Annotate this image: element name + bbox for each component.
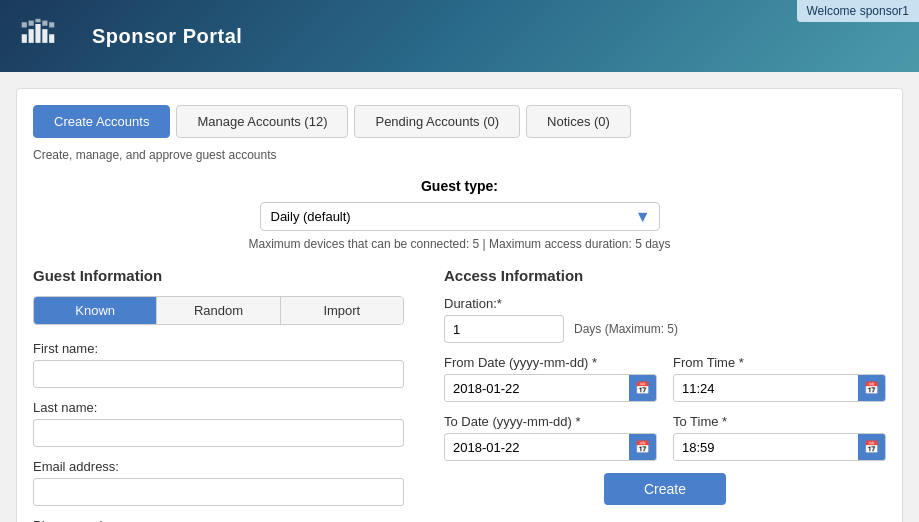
to-time-calendar-icon[interactable]: 📅 [858, 434, 885, 460]
tabs-bar: Create Accounts Manage Accounts (12) Pen… [33, 105, 886, 138]
to-time-label: To Time * [673, 414, 886, 429]
tab-create-accounts[interactable]: Create Accounts [33, 105, 170, 138]
from-time-calendar-icon[interactable]: 📅 [858, 375, 885, 401]
header-title: Sponsor Portal [92, 25, 242, 48]
to-time-input[interactable] [674, 435, 858, 460]
two-col-layout: Guest Information Known Random Import Fi… [33, 267, 886, 522]
from-time-input-wrapper: 📅 [673, 374, 886, 402]
main-container: Create Accounts Manage Accounts (12) Pen… [16, 88, 903, 522]
from-date-label: From Date (yyyy-mm-dd) * [444, 355, 657, 370]
from-date-input-wrapper: 📅 [444, 374, 657, 402]
header: Sponsor Portal Welcome sponsor1 [0, 0, 919, 72]
sub-tab-random[interactable]: Random [157, 297, 280, 324]
sub-tab-known[interactable]: Known [34, 297, 157, 324]
svg-rect-4 [49, 34, 54, 43]
svg-rect-0 [22, 34, 27, 43]
guest-type-select[interactable]: Daily (default) Weekly Monthly [261, 203, 659, 230]
to-date-group: To Date (yyyy-mm-dd) * 📅 [444, 414, 657, 461]
guest-type-select-wrapper: Daily (default) Weekly Monthly ▼ [260, 202, 660, 231]
access-info-column: Access Information Duration:* Days (Maxi… [444, 267, 886, 522]
email-label: Email address: [33, 459, 404, 474]
to-date-label: To Date (yyyy-mm-dd) * [444, 414, 657, 429]
to-time-group: To Time * 📅 [673, 414, 886, 461]
guest-sub-tabs: Known Random Import [33, 296, 404, 325]
svg-rect-7 [35, 19, 40, 22]
tab-notices[interactable]: Notices (0) [526, 105, 631, 138]
to-time-input-wrapper: 📅 [673, 433, 886, 461]
duration-input[interactable] [444, 315, 564, 343]
phone-label: Phone number: [33, 518, 404, 522]
from-date-time-row: From Date (yyyy-mm-dd) * 📅 From Time * 📅 [444, 355, 886, 402]
from-time-group: From Time * 📅 [673, 355, 886, 402]
from-time-input[interactable] [674, 376, 858, 401]
guest-type-section: Guest type: Daily (default) Weekly Month… [33, 178, 886, 251]
page-subtitle: Create, manage, and approve guest accoun… [33, 148, 886, 162]
to-date-input[interactable] [445, 435, 629, 460]
from-date-calendar-icon[interactable]: 📅 [629, 375, 656, 401]
first-name-group: First name: [33, 341, 404, 388]
duration-group: Duration:* Days (Maximum: 5) [444, 296, 886, 343]
svg-rect-3 [42, 29, 47, 43]
svg-rect-5 [22, 22, 27, 27]
first-name-label: First name: [33, 341, 404, 356]
sub-tab-import[interactable]: Import [281, 297, 403, 324]
last-name-group: Last name: [33, 400, 404, 447]
to-date-calendar-icon[interactable]: 📅 [629, 434, 656, 460]
guest-info-column: Guest Information Known Random Import Fi… [33, 267, 404, 522]
cisco-logo-icon [20, 16, 80, 56]
phone-group: Phone number: [33, 518, 404, 522]
create-button[interactable]: Create [604, 473, 726, 505]
to-date-time-row: To Date (yyyy-mm-dd) * 📅 To Time * 📅 [444, 414, 886, 461]
guest-info-header: Guest Information [33, 267, 404, 284]
tab-pending-accounts[interactable]: Pending Accounts (0) [354, 105, 520, 138]
svg-rect-2 [35, 24, 40, 43]
welcome-badge: Welcome sponsor1 [797, 0, 920, 22]
from-date-input[interactable] [445, 376, 629, 401]
guest-type-info: Maximum devices that can be connected: 5… [33, 237, 886, 251]
svg-rect-6 [29, 21, 34, 26]
email-input[interactable] [33, 478, 404, 506]
logo-area: Sponsor Portal [20, 16, 242, 56]
tab-manage-accounts[interactable]: Manage Accounts (12) [176, 105, 348, 138]
last-name-input[interactable] [33, 419, 404, 447]
last-name-label: Last name: [33, 400, 404, 415]
first-name-input[interactable] [33, 360, 404, 388]
access-info-header: Access Information [444, 267, 886, 284]
duration-label: Duration:* [444, 296, 886, 311]
from-date-group: From Date (yyyy-mm-dd) * 📅 [444, 355, 657, 402]
duration-row: Days (Maximum: 5) [444, 315, 886, 343]
svg-rect-9 [49, 22, 54, 27]
duration-note: Days (Maximum: 5) [574, 322, 678, 336]
from-time-label: From Time * [673, 355, 886, 370]
svg-rect-1 [29, 29, 34, 43]
email-group: Email address: [33, 459, 404, 506]
guest-type-label: Guest type: [33, 178, 886, 194]
svg-rect-8 [42, 21, 47, 26]
to-date-input-wrapper: 📅 [444, 433, 657, 461]
